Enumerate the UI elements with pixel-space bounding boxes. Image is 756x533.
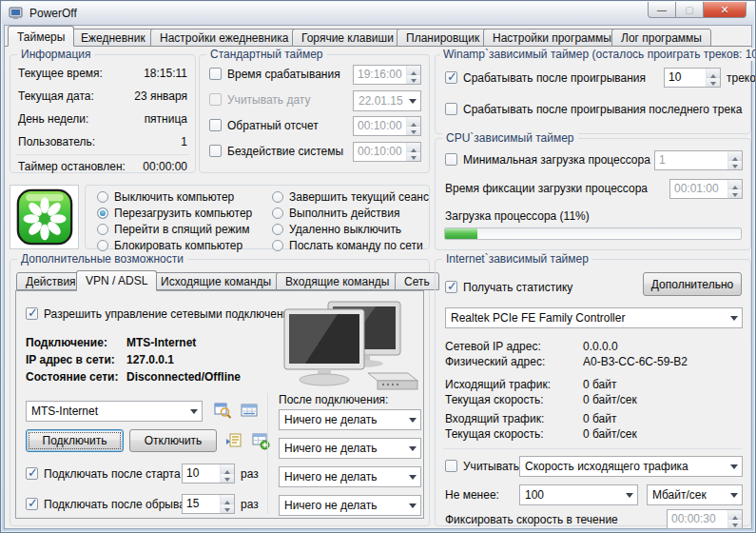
tab-outgoing-commands[interactable]: Исходящие команды (151, 272, 281, 290)
timer-stopped-value: 00:00:00 (143, 160, 187, 173)
after-break-spinner[interactable]: 15 (182, 494, 235, 514)
action-run-actions[interactable]: Выполнить действия (272, 207, 399, 220)
action-logoff[interactable]: Завершить текущий сеанс (272, 190, 429, 204)
advanced-button[interactable]: Дополнительно (643, 272, 742, 296)
user-label: Пользователь: (18, 135, 95, 148)
in-traffic-value: 0 байт (583, 412, 616, 425)
trigger-time-checkbox[interactable] (209, 68, 222, 80)
cpu-min-load-spinner[interactable]: 1 (654, 150, 743, 170)
adapter-dropdown[interactable]: Realtek PCIe FE Family Controller (445, 307, 743, 328)
vpn-vertical-separator (267, 393, 268, 514)
idle-spinner[interactable]: 00:10:00 (353, 142, 421, 162)
internet-timer-title: Internet`зависимый таймер (442, 252, 592, 266)
chevron-down-icon (405, 410, 420, 429)
connect-after-start-checkbox[interactable] (26, 467, 38, 480)
after-connect-dropdown-4[interactable]: Ничего не делать (279, 495, 421, 516)
out-speed-value: 0 байт/сек (583, 393, 637, 406)
connect-after-break-checkbox[interactable] (26, 498, 38, 510)
action-remote-off[interactable]: Удаленно выключить (272, 223, 401, 236)
tab-scheduler[interactable]: Планировщик (397, 29, 489, 47)
close-button[interactable]: ✕ (703, 2, 746, 18)
tab-timers[interactable]: Таймеры (8, 26, 74, 47)
tab-hotkeys[interactable]: Горячие клавиши (292, 29, 403, 47)
countdown-checkbox[interactable] (209, 119, 222, 131)
browse-connections-icon[interactable] (212, 401, 233, 420)
radio-icon (272, 240, 283, 251)
cpu-min-load-checkbox[interactable] (445, 153, 457, 166)
connection-dropdown[interactable]: MTS-Internet (26, 401, 203, 422)
countdown-spinner[interactable]: 00:10:00 (353, 116, 421, 136)
winamp-after-tracks-checkbox[interactable] (445, 71, 457, 84)
action-reboot[interactable]: Перезагрузить компьютер (97, 207, 252, 220)
winamp-last-track-checkbox[interactable] (445, 103, 457, 115)
winamp-tracks-spinner[interactable]: 10 (664, 68, 721, 88)
not-less-value-dropdown[interactable]: 100 (519, 484, 638, 505)
connections-table-icon[interactable] (239, 401, 260, 420)
chevron-down-icon (405, 439, 420, 458)
tab-daily-settings[interactable]: Настройки ежедневника (150, 29, 298, 47)
mac-label: Физический адрес: (445, 355, 545, 368)
action-lock[interactable]: Блокировать компьютер (97, 239, 242, 252)
connect-button[interactable]: Подключить (26, 429, 124, 452)
out-speed-label: Текущая скорость: (445, 393, 544, 406)
tab-daily[interactable]: Ежедневник (71, 29, 155, 47)
cpu-fix-time-spinner[interactable]: 00:01:00 (669, 179, 743, 199)
current-date-value: 23 января (134, 89, 187, 103)
standard-timer-title: Стандартный таймер (206, 48, 327, 61)
after-connect-dropdown-1[interactable]: Ничего не делать (279, 409, 421, 430)
minimize-button[interactable]: — (648, 2, 676, 18)
not-less-unit-dropdown[interactable]: Мбайт/сек (647, 484, 743, 505)
cpu-timer-title: CPU`зависимый таймер (442, 131, 578, 145)
tab-incoming-commands[interactable]: Входящие команды (276, 272, 398, 290)
disconnect-button[interactable]: Отключить (129, 429, 217, 452)
maximize-button[interactable]: ▢ (676, 2, 703, 18)
info-group-title: Информация (17, 48, 94, 61)
tab-program-settings[interactable]: Настройки программы (483, 29, 621, 47)
in-speed-value: 0 байт/сек (583, 427, 637, 441)
poweroff-logo-icon (15, 188, 74, 246)
tab-network[interactable]: Сеть (395, 272, 439, 290)
app-icon (9, 6, 24, 21)
action-shutdown[interactable]: Выключить компьютер (97, 190, 234, 204)
radio-icon (97, 224, 108, 235)
winamp-tracks-suffix: треков (727, 71, 756, 85)
tab-vpn-adsl[interactable]: VPN / ADSL (76, 270, 157, 291)
out-traffic-label: Исходящий трафик: (445, 378, 551, 391)
connection-properties-icon[interactable] (223, 431, 244, 450)
connect-after-break-label: Подключать после обрыва (44, 498, 185, 511)
info-separator (16, 154, 189, 155)
fix-speed-spinner[interactable]: 00:00:30 (667, 509, 743, 529)
cpu-min-load-label: Минимальная загрузка процессора (463, 153, 650, 167)
consider-checkbox[interactable] (445, 460, 457, 472)
idle-checkbox[interactable] (209, 145, 222, 157)
get-stats-checkbox[interactable] (445, 281, 457, 293)
date-dropdown[interactable]: 22.01.15 (353, 90, 421, 111)
network-state-value: Disconnected/Offline (126, 370, 241, 384)
use-date-checkbox[interactable] (209, 93, 222, 106)
trigger-time-spinner[interactable]: 19:16:00 (353, 65, 421, 85)
action-net-command[interactable]: Послать команду по сети (272, 239, 423, 252)
consider-dropdown[interactable]: Скорость исходящего трафика (519, 456, 743, 477)
after-start-spinner[interactable]: 10 (182, 464, 235, 484)
after-connect-dropdown-3[interactable]: Ничего не делать (279, 466, 421, 487)
radio-icon (97, 240, 108, 251)
ip-value: 127.0.0.1 (126, 353, 174, 366)
internet-timer-group: Internet`зависимый таймер Получать стати… (435, 259, 751, 526)
allow-network-checkbox[interactable] (26, 307, 38, 320)
tab-actions[interactable]: Действия (16, 272, 86, 290)
timer-stopped-label: Таймер остановлен: (18, 160, 126, 173)
weekday-value: пятница (145, 112, 187, 126)
after-connect-dropdown-2[interactable]: Ничего не делать (279, 438, 421, 459)
action-sleep[interactable]: Перейти в спящий режим (97, 223, 249, 236)
chevron-down-icon (727, 485, 742, 504)
weekday-label: День недели: (18, 112, 88, 126)
out-traffic-value: 0 байт (583, 378, 616, 391)
idle-label: Бездействие системы (227, 145, 343, 158)
tab-program-log[interactable]: Лог программы (611, 29, 711, 47)
current-time-label: Текущее время: (18, 67, 103, 80)
current-time-value: 18:15:11 (144, 67, 187, 80)
connection-value: MTS-Internet (126, 336, 196, 349)
cpu-load-label: Загрузка процессора (11%) (445, 209, 590, 223)
net-ip-value: 0.0.0.0 (583, 340, 618, 353)
net-ip-label: Сетевой IP адрес: (445, 340, 541, 353)
